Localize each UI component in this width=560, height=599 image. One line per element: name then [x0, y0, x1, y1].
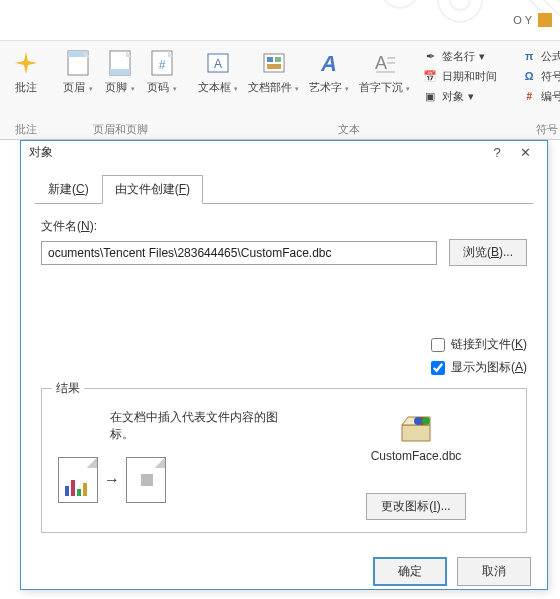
wordart-button[interactable]: A 艺术字 ▾ — [305, 45, 353, 97]
svg-rect-21 — [402, 425, 430, 441]
pagenum-button[interactable]: # 页码 ▾ — [142, 45, 182, 97]
signature-button[interactable]: ✒签名行 ▾ — [420, 47, 499, 65]
chevron-down-icon: ▾ — [345, 85, 349, 92]
pagenum-icon: # — [146, 47, 178, 79]
tab-new[interactable]: 新建(C) — [35, 175, 102, 204]
footer-icon — [104, 47, 136, 79]
filename-label: 文件名(N): — [41, 218, 527, 235]
ok-button[interactable]: 确定 — [373, 557, 447, 586]
ribbon-group-header-footer: 页眉 ▾ 页脚 ▾ # 页码 ▾ 页眉和页脚 — [52, 41, 188, 139]
chevron-down-icon: ▾ — [131, 85, 135, 92]
result-box: 结果 在文档中插入代表文件内容的图标。 → CustomFa — [41, 388, 527, 533]
symbol-button[interactable]: Ω符号 ▾ — [519, 67, 560, 85]
dialog-tabs: 新建(C) 由文件创建(F) — [21, 163, 547, 204]
dropcap-icon: A — [369, 47, 401, 79]
chevron-down-icon: ▾ — [89, 85, 93, 92]
svg-rect-7 — [110, 69, 130, 75]
number-button[interactable]: #编号 — [519, 87, 560, 105]
result-illustration: → — [58, 457, 294, 503]
header-icon — [62, 47, 94, 79]
equation-button[interactable]: π公式 ▾ — [519, 47, 560, 65]
chart-doc-icon — [58, 457, 98, 503]
dialog-title: 对象 — [29, 144, 483, 161]
svg-text:#: # — [159, 58, 166, 72]
chevron-down-icon: ▾ — [479, 50, 485, 63]
dialog-titlebar: 对象 ? ✕ — [21, 141, 547, 163]
svg-rect-13 — [267, 57, 273, 62]
ribbon-group-annotate: 批注 批注 — [0, 41, 52, 139]
chevron-down-icon: ▾ — [173, 85, 177, 92]
blank-doc-icon — [126, 457, 166, 503]
signature-icon: ✒ — [422, 48, 438, 64]
tab-from-file[interactable]: 由文件创建(F) — [102, 175, 203, 204]
svg-text:A: A — [320, 51, 337, 76]
tab-panel: 文件名(N): 浏览(B)... 链接到文件(K) 显示为图标(A) 结果 在文… — [21, 204, 547, 547]
ribbon-group-symbols: π公式 ▾ Ω符号 ▾ #编号 符号 — [509, 41, 560, 139]
textbox-button[interactable]: A 文本框 ▾ — [194, 45, 242, 97]
change-icon-button[interactable]: 更改图标(I)... — [366, 493, 466, 520]
svg-rect-14 — [275, 57, 281, 62]
object-icon: ▣ — [422, 88, 438, 104]
browse-button[interactable]: 浏览(B)... — [449, 239, 527, 266]
footer-button[interactable]: 页脚 ▾ — [100, 45, 140, 97]
svg-point-23 — [414, 417, 422, 425]
window-titlebar: O Y — [0, 0, 560, 40]
user-label: O Y — [513, 14, 532, 26]
object-dialog: 对象 ? ✕ 新建(C) 由文件创建(F) 文件名(N): 浏览(B)... 链… — [20, 140, 548, 590]
header-button[interactable]: 页眉 ▾ — [58, 45, 98, 97]
quickparts-icon — [258, 47, 290, 79]
svg-point-24 — [422, 417, 430, 425]
chevron-down-icon: ▾ — [468, 90, 474, 103]
user-avatar[interactable] — [538, 13, 552, 27]
ribbon: 批注 批注 页眉 ▾ 页脚 ▾ # 页码 ▾ 页眉和页脚 A — [0, 40, 560, 140]
cancel-button[interactable]: 取消 — [457, 557, 531, 586]
link-to-file-checkbox[interactable]: 链接到文件(K) — [431, 336, 527, 353]
display-as-icon-checkbox[interactable]: 显示为图标(A) — [431, 359, 527, 376]
object-button[interactable]: ▣对象 ▾ — [420, 87, 499, 105]
preview-filename: CustomFace.dbc — [371, 449, 462, 463]
dropcap-button[interactable]: A 首字下沉 ▾ — [355, 45, 414, 97]
result-label: 结果 — [52, 380, 84, 397]
textbox-icon: A — [202, 47, 234, 79]
chevron-down-icon: ▾ — [295, 85, 299, 92]
svg-rect-15 — [267, 64, 281, 69]
help-button[interactable]: ? — [483, 141, 511, 163]
svg-rect-12 — [264, 54, 284, 72]
svg-text:A: A — [214, 57, 222, 71]
package-icon — [398, 413, 434, 443]
result-description: 在文档中插入代表文件内容的图标。 — [110, 409, 294, 443]
chevron-down-icon: ▾ — [234, 85, 238, 92]
arrow-right-icon: → — [104, 471, 120, 489]
ribbon-group-text: A 文本框 ▾ 文档部件 ▾ A 艺术字 ▾ A 首字下沉 ▾ ✒签名行 ▾ 📅… — [188, 41, 509, 139]
annotate-button[interactable]: 批注 — [6, 45, 46, 96]
close-button[interactable]: ✕ — [511, 141, 539, 163]
datetime-button[interactable]: 📅日期和时间 — [420, 67, 499, 85]
omega-icon: Ω — [521, 68, 537, 84]
sparkle-icon — [10, 47, 42, 79]
pi-icon: π — [521, 48, 537, 64]
number-icon: # — [521, 88, 537, 104]
quickparts-button[interactable]: 文档部件 ▾ — [244, 45, 303, 97]
svg-text:A: A — [375, 53, 387, 73]
wordart-icon: A — [313, 47, 345, 79]
chevron-down-icon: ▾ — [406, 85, 410, 92]
calendar-icon: 📅 — [422, 68, 438, 84]
filename-input[interactable] — [41, 241, 437, 265]
